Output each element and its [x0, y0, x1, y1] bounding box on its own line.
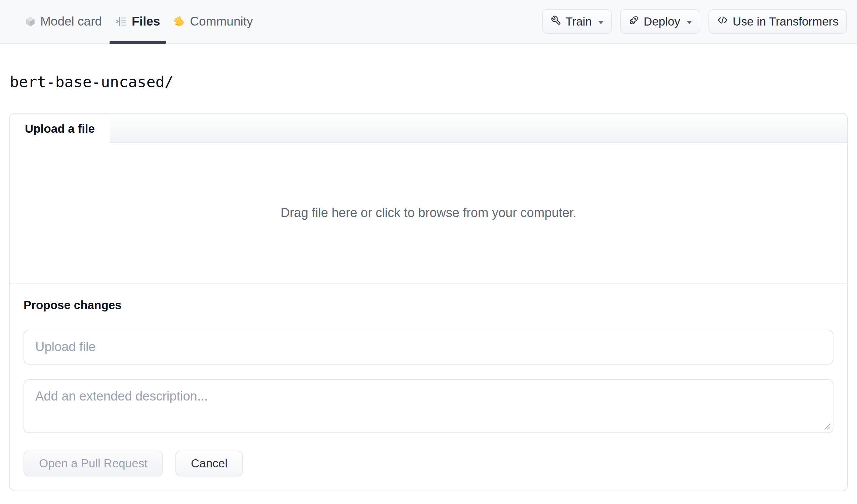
- train-button[interactable]: Train: [542, 9, 612, 34]
- tab-label: Community: [190, 14, 253, 29]
- button-label: Use in Transformers: [733, 15, 839, 28]
- wrench-icon: [551, 15, 561, 28]
- cube-icon: [24, 16, 36, 27]
- tab-label: Model card: [40, 14, 102, 29]
- active-tab-underline: [110, 41, 166, 44]
- use-in-transformers-button[interactable]: Use in Transformers: [708, 9, 847, 34]
- description-field-wrapper: [23, 379, 834, 433]
- repo-tab-bar: Model card Files: [19, 0, 261, 43]
- open-pull-request-button[interactable]: Open a Pull Request: [23, 451, 163, 476]
- upload-panel-tab-bar: Upload a file: [10, 114, 847, 143]
- propose-changes-section: Propose changes Open a Pull Request Canc…: [10, 283, 847, 490]
- button-label: Deploy: [643, 15, 680, 28]
- resize-handle-icon[interactable]: [823, 423, 830, 430]
- deploy-button[interactable]: Deploy: [620, 9, 700, 34]
- tab-files[interactable]: Files: [110, 0, 166, 43]
- tab-model-card[interactable]: Model card: [19, 0, 107, 43]
- main-content: bert-base-uncased/ Upload a file Drag fi…: [0, 73, 857, 491]
- upload-panel: Upload a file Drag file here or click to…: [9, 113, 848, 491]
- repo-header: Model card Files: [0, 0, 857, 44]
- tab-label: Files: [132, 14, 160, 29]
- footer-button-row: Open a Pull Request Cancel: [23, 451, 834, 476]
- breadcrumb: bert-base-uncased/: [10, 73, 848, 91]
- cancel-button[interactable]: Cancel: [175, 451, 243, 476]
- chevron-down-icon: [687, 21, 692, 24]
- propose-changes-heading: Propose changes: [23, 299, 834, 311]
- tab-label: Upload a file: [25, 122, 95, 135]
- header-action-buttons: Train Deploy Use in Tr: [542, 9, 847, 34]
- waving-hand-icon: [173, 15, 186, 28]
- rocket-icon: [628, 15, 639, 28]
- code-icon: [717, 14, 728, 29]
- file-dropzone[interactable]: Drag file here or click to browse from y…: [10, 143, 847, 283]
- chevron-down-icon: [598, 21, 604, 24]
- extended-description-textarea[interactable]: [23, 379, 834, 433]
- button-label: Train: [566, 15, 592, 28]
- upload-filename-input[interactable]: [23, 330, 834, 365]
- files-list-icon: [115, 15, 128, 28]
- tab-upload-a-file[interactable]: Upload a file: [10, 114, 110, 144]
- dropzone-hint-text: Drag file here or click to browse from y…: [281, 206, 577, 220]
- tab-community[interactable]: Community: [168, 0, 258, 43]
